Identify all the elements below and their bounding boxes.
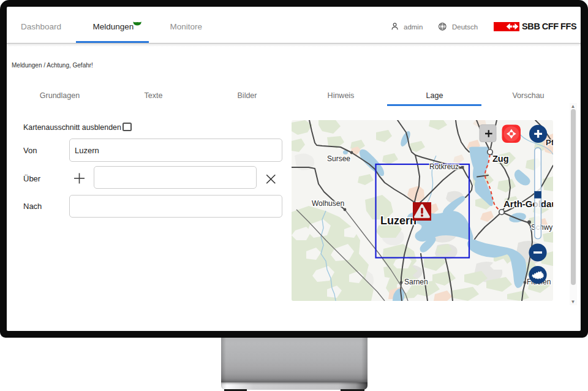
svg-text:Pf: Pf xyxy=(546,138,553,147)
svg-text:Luzern: Luzern xyxy=(380,214,417,227)
svg-text:Sarnen: Sarnen xyxy=(404,278,428,286)
svg-text:Rotkreuz: Rotkreuz xyxy=(429,162,459,171)
svg-text:Arth-Goldau: Arth-Goldau xyxy=(503,199,553,209)
svg-text:Zug: Zug xyxy=(492,154,509,164)
svg-text:Wolhusen: Wolhusen xyxy=(312,199,344,208)
svg-text:Sursee: Sursee xyxy=(327,154,350,163)
